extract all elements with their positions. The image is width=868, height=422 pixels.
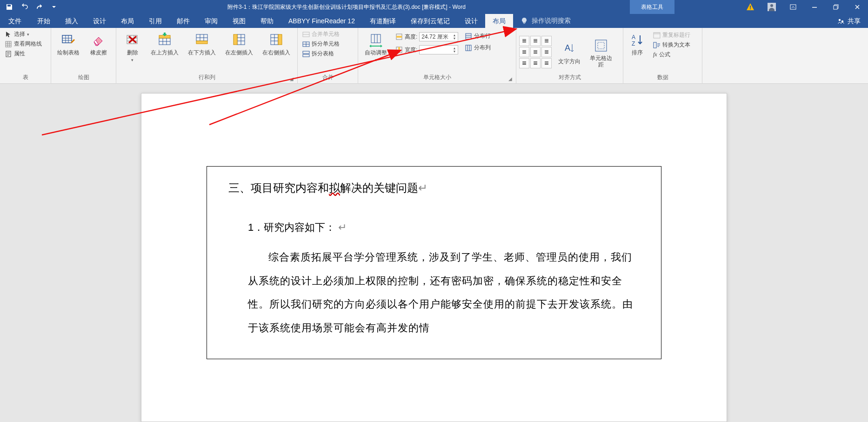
insert-below-button[interactable]: 在下方插入 [184, 30, 220, 57]
align-middle-left[interactable]: ≡ [519, 47, 529, 57]
tab-references[interactable]: 引用 [141, 14, 169, 28]
align-bottom-right[interactable]: ≡ [541, 58, 552, 68]
close-button[interactable] [847, 0, 868, 14]
context-tab-table-tools: 表格工具 [630, 0, 674, 14]
view-gridlines-button[interactable]: 查看网格线 [3, 40, 44, 48]
table-cell-content[interactable]: 三、项目研究内容和拟解决的关键问题↵ 1．研究内容如下： ↵ 综合素质拓展平台学… [207, 166, 661, 359]
paragraph-text: 综合素质拓展平台学分管理系统，涉及到了学生、老师、管理员的使用，我们从系统的设计… [248, 246, 640, 340]
account-button[interactable] [761, 0, 782, 14]
repeat-header-button[interactable]: 重复标题行 [651, 31, 692, 40]
tab-review[interactable]: 审阅 [197, 14, 225, 28]
insert-above-icon [157, 33, 172, 47]
tab-mail[interactable]: 邮件 [169, 14, 197, 28]
insert-right-button[interactable]: 在右侧插入 [258, 30, 294, 57]
merge-icon [302, 31, 310, 38]
group-label-data: 数据 [626, 73, 699, 82]
eraser-button[interactable]: 橡皮擦 [85, 30, 114, 57]
share-button[interactable]: 共享 [830, 14, 868, 28]
tab-abbyy[interactable]: ABBYY FineReader 12 [281, 14, 362, 28]
delete-table-icon [125, 33, 140, 47]
tab-layout[interactable]: 布局 [114, 14, 141, 28]
tab-insert[interactable]: 插入 [58, 14, 86, 28]
section-heading: 三、项目研究内容和拟解决的关键问题↵ [228, 178, 640, 198]
document-area[interactable]: 三、项目研究内容和拟解决的关键问题↵ 1．研究内容如下： ↵ 综合素质拓展平台学… [0, 84, 868, 422]
restore-icon [832, 3, 840, 11]
cell-size-launcher[interactable]: ◢ [508, 76, 512, 81]
sort-button[interactable]: AZ 排序 [626, 30, 648, 57]
alignment-grid: ≡ ≡ ≡ ≡ ≡ ≡ ≡ ≡ ≡ [519, 36, 552, 68]
tab-savetocloud[interactable]: 保存到云笔记 [403, 14, 457, 28]
group-rows-columns: 删除 ▾ 在上方插入 在下方插入 在左侧插入 在右侧插入 行和列◢ [116, 28, 298, 83]
distribute-cols-button[interactable]: 分布列 [463, 43, 493, 52]
tab-home[interactable]: 开始 [30, 14, 58, 28]
tab-design[interactable]: 设计 [86, 14, 114, 28]
row-height-input[interactable]: 24.72 厘米 ▲▼ [419, 32, 458, 41]
tab-view[interactable]: 视图 [225, 14, 253, 28]
height-spinner[interactable]: ▲▼ [453, 33, 456, 40]
convert-icon [653, 41, 661, 49]
align-middle-right[interactable]: ≡ [541, 47, 552, 57]
maximize-button[interactable] [825, 0, 847, 14]
width-spinner[interactable]: ▲▼ [453, 47, 456, 53]
align-middle-center[interactable]: ≡ [530, 47, 541, 57]
tab-file[interactable]: 文件 [0, 14, 30, 28]
split-cells-button[interactable]: 拆分单元格 [300, 40, 341, 48]
tell-me-search[interactable]: 操作说明搜索 [513, 14, 578, 28]
minimize-button[interactable] [804, 0, 825, 14]
share-icon [837, 17, 845, 25]
distribute-rows-button[interactable]: 分布行 [463, 32, 493, 40]
insert-left-button[interactable]: 在左侧插入 [221, 30, 257, 57]
svg-rect-19 [234, 34, 237, 45]
rows-columns-launcher[interactable]: ◢ [290, 76, 294, 81]
warning-icon [746, 3, 754, 11]
svg-rect-21 [278, 34, 282, 45]
tab-table-layout[interactable]: 布局 [485, 14, 513, 28]
width-icon [395, 46, 403, 54]
tab-youdao[interactable]: 有道翻译 [362, 14, 403, 28]
tab-help[interactable]: 帮助 [253, 14, 281, 28]
cell-margins-button[interactable]: 单元格边距 [587, 35, 615, 69]
align-top-right[interactable]: ≡ [541, 36, 552, 46]
merge-cells-button[interactable]: 合并单元格 [300, 30, 341, 39]
group-cell-size: 自动调整 ▾ 高度: 24.72 厘米 ▲▼ 宽度: [358, 28, 516, 83]
svg-rect-35 [598, 42, 604, 49]
autofit-icon [368, 33, 383, 47]
svg-rect-25 [303, 54, 309, 57]
warning-button[interactable] [740, 0, 761, 14]
text-direction-button[interactable]: A 文字方向 [556, 39, 582, 66]
svg-rect-12 [62, 35, 72, 43]
split-table-button[interactable]: 拆分表格 [300, 49, 341, 58]
delete-button[interactable]: 删除 ▾ [120, 30, 146, 63]
col-width-input[interactable]: ▲▼ [419, 45, 458, 54]
svg-text:Z: Z [632, 40, 635, 47]
insert-left-icon [232, 33, 247, 47]
draw-table-button[interactable]: 绘制表格 [54, 30, 83, 57]
formula-button[interactable]: fx 公式 [651, 50, 692, 59]
page: 三、项目研究内容和拟解决的关键问题↵ 1．研究内容如下： ↵ 综合素质拓展平台学… [141, 93, 727, 422]
svg-rect-32 [466, 45, 471, 51]
convert-to-text-button[interactable]: 转换为文本 [651, 40, 692, 49]
svg-rect-30 [398, 47, 400, 53]
svg-text:A: A [632, 34, 635, 40]
redo-button[interactable] [33, 1, 45, 13]
align-top-left[interactable]: ≡ [519, 36, 529, 46]
align-bottom-left[interactable]: ≡ [519, 58, 529, 68]
height-icon [395, 33, 403, 40]
undo-button[interactable] [19, 1, 30, 13]
align-top-center[interactable]: ≡ [530, 36, 541, 46]
ribbon-options-button[interactable] [782, 0, 804, 14]
gridlines-icon [5, 40, 12, 48]
insert-above-button[interactable]: 在上方插入 [147, 30, 183, 57]
col-width-field: 宽度: ▲▼ [394, 45, 459, 55]
align-bottom-center[interactable]: ≡ [530, 58, 541, 68]
tab-table-design[interactable]: 设计 [457, 14, 485, 28]
undo-icon [20, 3, 28, 11]
group-label-rows-columns: 行和列◢ [119, 73, 294, 82]
close-icon [854, 3, 861, 11]
select-button[interactable]: 选择 ▾ [3, 30, 44, 39]
qat-dropdown[interactable] [48, 1, 60, 13]
redo-icon [35, 3, 43, 11]
properties-button[interactable]: 属性 [3, 49, 44, 58]
save-button[interactable] [4, 1, 15, 13]
autofit-button[interactable]: 自动调整 ▾ [361, 30, 391, 63]
